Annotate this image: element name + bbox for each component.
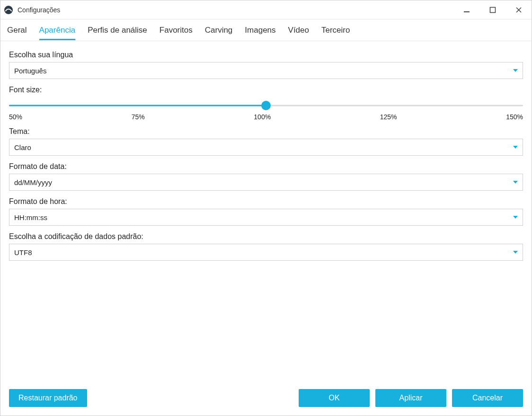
tab-terceiro[interactable]: Terceiro (321, 21, 350, 40)
tab-video[interactable]: Vídeo (288, 21, 309, 40)
slider-tick-150: 150% (506, 113, 523, 121)
encoding-label: Escolha a codificação de dados padrão: (9, 232, 523, 241)
font-size-slider[interactable]: 50% 75% 100% 125% 150% (9, 101, 523, 121)
encoding-select[interactable]: UTF8 (9, 244, 523, 261)
app-icon (4, 6, 13, 14)
svg-rect-2 (490, 7, 495, 12)
date-format-label: Formato de data: (9, 162, 523, 171)
tab-geral[interactable]: Geral (7, 21, 27, 40)
language-select[interactable]: Português (9, 62, 523, 79)
slider-tick-50: 50% (9, 113, 22, 121)
language-value: Português (14, 67, 46, 75)
tab-aparencia[interactable]: Aparência (39, 21, 76, 40)
encoding-value: UTF8 (14, 248, 32, 257)
slider-tick-100: 100% (254, 113, 271, 121)
svg-rect-1 (464, 11, 470, 12)
slider-ticks: 50% 75% 100% 125% 150% (9, 113, 523, 121)
theme-select[interactable]: Claro (9, 139, 523, 156)
chevron-down-icon (513, 69, 518, 72)
font-size-label: Font size: (9, 86, 523, 94)
tab-perfis-analise[interactable]: Perfis de análise (88, 21, 147, 40)
time-format-label: Formato de hora: (9, 197, 523, 206)
apply-button[interactable]: Aplicar (375, 389, 446, 407)
theme-value: Claro (14, 143, 31, 151)
chevron-down-icon (513, 216, 518, 219)
tab-carving[interactable]: Carving (205, 21, 233, 40)
time-format-value: HH:mm:ss (14, 213, 47, 221)
language-label: Escolha sua língua (9, 51, 523, 59)
ok-button[interactable]: OK (299, 389, 370, 407)
chevron-down-icon (513, 181, 518, 184)
slider-tick-75: 75% (132, 113, 145, 121)
close-button[interactable] (505, 0, 532, 19)
time-format-select[interactable]: HH:mm:ss (9, 209, 523, 226)
tab-imagens[interactable]: Imagens (245, 21, 275, 40)
slider-fill (9, 105, 266, 106)
maximize-button[interactable] (479, 0, 505, 19)
chevron-down-icon (513, 251, 518, 254)
cancel-button[interactable]: Cancelar (452, 389, 523, 407)
slider-thumb[interactable] (261, 101, 271, 110)
theme-label: Tema: (9, 127, 523, 136)
minimize-button[interactable] (453, 0, 479, 19)
chevron-down-icon (513, 146, 518, 149)
svg-point-0 (4, 6, 13, 14)
tab-favoritos[interactable]: Favoritos (160, 21, 193, 40)
window-title: Configurações (18, 6, 60, 14)
titlebar: Configurações (0, 0, 532, 19)
restore-defaults-button[interactable]: Restaurar padrão (9, 389, 87, 407)
window-controls (453, 0, 532, 19)
dialog-footer: Restaurar padrão OK Aplicar Cancelar (0, 381, 532, 416)
tab-strip: Geral Aparência Perfis de análise Favori… (0, 19, 532, 41)
date-format-value: dd/MM/yyyy (14, 178, 52, 186)
slider-tick-125: 125% (380, 113, 397, 121)
settings-panel: Escolha sua língua Português Font size: … (0, 41, 532, 381)
date-format-select[interactable]: dd/MM/yyyy (9, 174, 523, 191)
